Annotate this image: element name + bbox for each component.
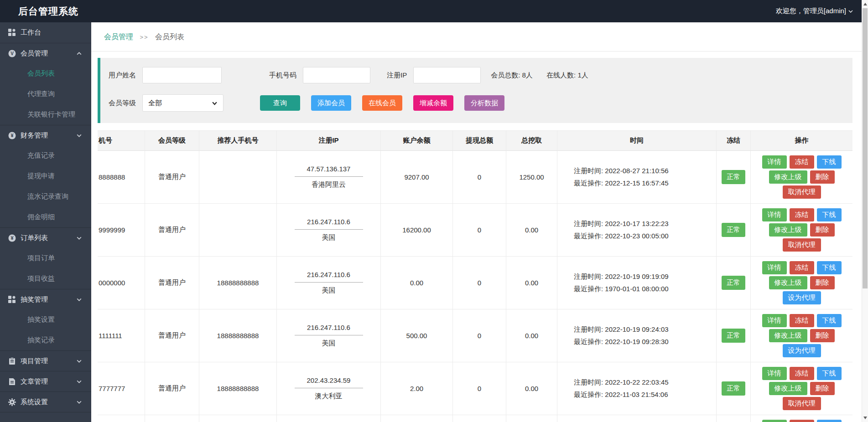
column-header: 账户余额 <box>381 131 453 151</box>
toolbar: 查询添加会员在线会员增减余额分析数据 <box>260 95 515 111</box>
sidebar-item-project-earnings[interactable]: 项目收益 <box>0 268 91 289</box>
filter-panel: 用户姓名 手机号码 注册IP 会员总数: 8人 在线人数: 1人 会员等级 全部 <box>98 58 852 123</box>
detail-button[interactable]: 详情 <box>762 367 787 380</box>
sidebar-item-lottery-records[interactable]: 抽奖记录 <box>0 330 91 350</box>
sidebar-item-system-settings[interactable]: 系统设置 <box>0 391 91 412</box>
sidebar-item-label: 会员列表 <box>27 69 55 78</box>
cell-mined-total: 0.00 <box>506 257 557 309</box>
edit-parent-button[interactable]: 修改上级 <box>769 223 807 237</box>
breadcrumb-separator: >> <box>140 34 148 41</box>
username-input[interactable] <box>142 67 222 83</box>
sidebar-item-lottery-settings[interactable]: 抽奖设置 <box>0 309 91 330</box>
freeze-button[interactable]: 冻结 <box>790 367 814 380</box>
username-label: 用户姓名 <box>109 71 136 80</box>
cell-mined-total: 0.00 <box>506 415 557 422</box>
freeze-button[interactable]: 冻结 <box>790 420 814 422</box>
cell-member-level: 普通用户 <box>145 415 199 422</box>
sidebar-item-label: 流水记录查询 <box>27 192 68 201</box>
welcome-text: 欢迎您，管理员[admin] <box>776 7 846 15</box>
offline-button[interactable]: 下线 <box>817 155 842 169</box>
user-menu[interactable]: 欢迎您，管理员[admin] <box>776 7 868 15</box>
freeze-button[interactable]: 冻结 <box>790 314 814 327</box>
sidebar-item-label: 抽奖设置 <box>27 315 55 324</box>
online-members-button[interactable]: 在线会员 <box>362 95 402 111</box>
sidebar-item-recharge-records[interactable]: 充值记录 <box>0 145 91 166</box>
sidebar-item-commission-details[interactable]: 佣金明细 <box>0 207 91 227</box>
sidebar-item-lottery-management[interactable]: 抽奖管理 <box>0 289 91 309</box>
cell-freeze-status: 正常 <box>717 415 751 422</box>
sidebar-item-bank-card-management[interactable]: 关联银行卡管理 <box>0 104 91 125</box>
offline-button[interactable]: 下线 <box>817 314 842 327</box>
delete-button[interactable]: 删除 <box>810 170 835 184</box>
member-level-label: 会员等级 <box>109 99 136 108</box>
delete-button[interactable]: 删除 <box>810 382 835 395</box>
set-agent-button[interactable]: 设为代理 <box>783 344 821 357</box>
cell-balance: 500.00 <box>381 309 453 362</box>
query-button[interactable]: 查询 <box>260 95 300 111</box>
last-operation-time: 最近操作: 2022-11-03 21:54:06 <box>574 389 669 401</box>
cell-mined-total: 0.00 <box>506 309 557 362</box>
detail-button[interactable]: 详情 <box>762 261 787 274</box>
detail-button[interactable]: 详情 <box>762 314 787 327</box>
cell-freeze-status: 正常 <box>717 362 751 415</box>
analyze-data-button[interactable]: 分析数据 <box>464 95 504 111</box>
sidebar-item-project-management[interactable]: 项目管理 <box>0 350 91 371</box>
article-icon <box>8 378 16 386</box>
chevron-down-icon <box>76 133 82 139</box>
cancel-agent-button[interactable]: 取消代理 <box>783 185 821 199</box>
detail-button[interactable]: 详情 <box>762 155 787 169</box>
freeze-button[interactable]: 冻结 <box>790 208 814 221</box>
freeze-button[interactable]: 冻结 <box>790 261 814 274</box>
column-header: 操作 <box>751 131 852 151</box>
offline-button[interactable]: 下线 <box>817 208 842 221</box>
vertical-scrollbar[interactable] <box>862 0 868 422</box>
delete-button[interactable]: 删除 <box>810 276 835 289</box>
freeze-button[interactable]: 冻结 <box>790 155 814 169</box>
phone-input[interactable] <box>303 67 370 83</box>
column-header: 提现总额 <box>453 131 506 151</box>
detail-button[interactable]: 详情 <box>762 420 787 422</box>
sidebar-item-article-management[interactable]: 文章管理 <box>0 371 91 391</box>
cell-time: 注册时间: 2022-10-22 22:15:16 <box>557 415 717 422</box>
ip-location: 美国 <box>295 335 363 348</box>
sidebar-item-member-management[interactable]: V会员管理 <box>0 43 91 63</box>
cancel-agent-button[interactable]: 取消代理 <box>783 397 821 410</box>
cell-member-level: 普通用户 <box>145 309 199 362</box>
cell-phone: 8888888 <box>98 151 145 204</box>
cell-mined-total: 0.00 <box>506 204 557 257</box>
scroll-down-arrow-icon[interactable] <box>863 417 867 419</box>
offline-button[interactable]: 下线 <box>817 261 842 274</box>
sidebar-item-member-list[interactable]: 会员列表 <box>0 63 91 84</box>
scroll-up-arrow-icon[interactable] <box>863 3 867 5</box>
phone-label: 手机号码 <box>269 71 296 80</box>
scrollbar-thumb[interactable] <box>863 8 868 288</box>
sidebar-item-agent-query[interactable]: 代理查询 <box>0 84 91 104</box>
offline-button[interactable]: 下线 <box>817 420 842 422</box>
add-member-button[interactable]: 添加会员 <box>311 95 351 111</box>
sidebar-item-label: 抽奖记录 <box>27 336 55 345</box>
sidebar-item-withdraw-requests[interactable]: 提现申请 <box>0 166 91 186</box>
edit-parent-button[interactable]: 修改上级 <box>769 329 807 342</box>
sidebar-item-workbench[interactable]: 工作台 <box>0 22 91 43</box>
online-count: 在线人数: 1人 <box>546 71 588 79</box>
set-agent-button[interactable]: 设为代理 <box>783 291 821 304</box>
sidebar-item-finance-management[interactable]: ¥财务管理 <box>0 125 91 145</box>
cell-withdraw-total: 0 <box>453 362 506 415</box>
delete-button[interactable]: 删除 <box>810 329 835 342</box>
chevron-down-icon <box>76 379 82 385</box>
sidebar-item-transaction-query[interactable]: 流水记录查询 <box>0 186 91 207</box>
sidebar-item-order-list[interactable]: ¥订单列表 <box>0 227 91 248</box>
sidebar-item-project-orders[interactable]: 项目订单 <box>0 248 91 268</box>
breadcrumb-parent-link[interactable]: 会员管理 <box>104 33 133 41</box>
edit-parent-button[interactable]: 修改上级 <box>769 382 807 395</box>
delete-button[interactable]: 删除 <box>810 223 835 237</box>
adjust-balance-button[interactable]: 增减余额 <box>413 95 453 111</box>
edit-parent-button[interactable]: 修改上级 <box>769 276 807 289</box>
register-ip-input[interactable] <box>413 67 481 83</box>
edit-parent-button[interactable]: 修改上级 <box>769 170 807 184</box>
offline-button[interactable]: 下线 <box>817 367 842 380</box>
member-level-select[interactable]: 全部 <box>142 94 223 112</box>
detail-button[interactable]: 详情 <box>762 208 787 221</box>
cancel-agent-button[interactable]: 取消代理 <box>783 238 821 252</box>
yen-icon: ¥ <box>8 132 16 139</box>
